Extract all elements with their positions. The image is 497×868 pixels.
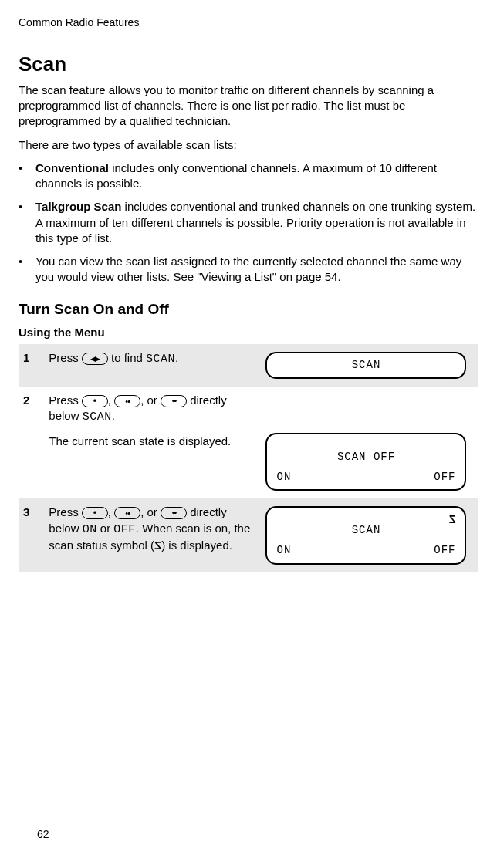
nav-arrows-icon [82, 353, 108, 365]
step-result-text: The current scan state is displayed. [49, 434, 256, 449]
section-intro: The scan feature allows you to monitor t… [19, 83, 478, 130]
step-number: 2 [19, 387, 44, 498]
step-number: 1 [19, 344, 44, 387]
list-item: • You can view the scan list assigned to… [19, 254, 478, 285]
lcd-display: SCAN OFF ON OFF [265, 433, 466, 491]
section-title: Scan [19, 51, 478, 78]
lcd-display: SCAN [265, 352, 466, 380]
softkey-two-dot-icon [114, 395, 140, 407]
subsection-title: Turn Scan On and Off [19, 299, 478, 319]
list-item: • Talkgroup Scan includes conventional a… [19, 199, 478, 246]
table-row: 1 Press to find SCAN. SCAN [19, 344, 478, 387]
step-number: 3 [19, 498, 44, 572]
header-rule [19, 35, 478, 35]
types-lead: There are two types of available scan li… [19, 137, 478, 153]
steps-table: 1 Press to find SCAN. SCAN 2 Press , , o… [19, 344, 478, 572]
bullet-bold: Talkgroup Scan [36, 200, 121, 213]
step-instruction: Press , , or directly below ON or OFF. W… [44, 498, 261, 572]
scan-status-icon: Z [448, 512, 456, 528]
bullet-bold: Conventional [36, 161, 109, 174]
method-title: Using the Menu [19, 325, 478, 340]
scan-status-icon: Z [154, 538, 161, 553]
bullet-text: You can view the scan list assigned to t… [36, 255, 462, 283]
page-number: 62 [37, 827, 49, 842]
step-display: Z SCAN ON OFF [261, 498, 478, 572]
page-header: Common Radio Features [19, 15, 478, 30]
step-display: SCAN [261, 344, 478, 387]
list-item: • Conventional includes only conventiona… [19, 160, 478, 192]
bullet-list: • Conventional includes only conventiona… [19, 160, 478, 285]
lcd-display: Z SCAN ON OFF [265, 506, 466, 564]
softkey-two-dot-icon [114, 507, 140, 519]
step-display: SCAN OFF ON OFF [261, 387, 478, 498]
softkey-three-dot-icon [161, 507, 187, 519]
step-instruction: Press to find SCAN. [44, 344, 261, 387]
softkey-one-dot-icon [82, 395, 108, 407]
table-row: 2 Press , , or directly below SCAN. The … [19, 387, 478, 498]
table-row: 3 Press , , or directly below ON or OFF.… [19, 498, 478, 572]
step-instruction: Press , , or directly below SCAN. The cu… [44, 387, 261, 498]
softkey-one-dot-icon [82, 507, 108, 519]
softkey-three-dot-icon [161, 395, 187, 407]
